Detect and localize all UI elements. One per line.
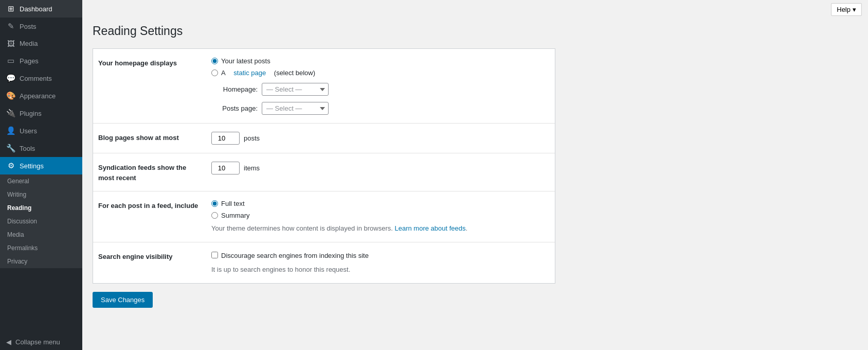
homepage-select-row: Homepage: — Select — — [211, 83, 550, 96]
comments-icon: 💬 — [6, 74, 15, 83]
sidebar-item-plugins[interactable]: 🔌 Plugins — [0, 104, 82, 122]
tools-icon: 🔧 — [6, 144, 15, 153]
radio-full-text-text: Full text — [221, 200, 245, 207]
radio-full-text[interactable] — [211, 200, 218, 207]
help-button[interactable]: Help ▾ — [831, 3, 862, 16]
collapse-label: Collapse menu — [15, 338, 60, 346]
posts-icon: ✎ — [6, 22, 15, 31]
syndication-row: Syndication feeds show the most recent i… — [93, 153, 555, 191]
collapse-menu-button[interactable]: ◀ Collapse menu — [0, 334, 82, 350]
radio-latest-posts-label[interactable]: Your latest posts — [211, 57, 550, 65]
sidebar-item-label: Dashboard — [20, 5, 52, 13]
search-visibility-row: Search engine visibility Discourage sear… — [93, 242, 555, 283]
search-visibility-checkbox-label[interactable]: Discourage search engines from indexing … — [211, 251, 550, 261]
users-icon: 👤 — [6, 126, 15, 135]
sidebar-item-label: Posts — [20, 23, 37, 30]
plugins-icon: 🔌 — [6, 109, 15, 118]
sidebar-item-label: Settings — [20, 162, 44, 170]
radio-summary-label[interactable]: Summary — [211, 212, 550, 219]
save-changes-button[interactable]: Save Changes — [93, 292, 153, 308]
sidebar-item-pages[interactable]: ▭ Pages — [0, 52, 82, 69]
posts-page-select-row: Posts page: — Select — — [211, 102, 550, 115]
radio-static-prefix: A — [221, 69, 226, 77]
radio-latest-posts[interactable] — [211, 58, 218, 64]
radio-latest-posts-text: Your latest posts — [221, 57, 270, 65]
feed-include-control: Full text Summary Your theme determines … — [211, 200, 550, 234]
sidebar-item-tools[interactable]: 🔧 Tools — [0, 139, 82, 157]
search-visibility-checkbox-text: Discourage search engines from indexing … — [221, 251, 369, 261]
syndication-unit: items — [244, 164, 260, 172]
pages-icon: ▭ — [6, 56, 15, 65]
syndication-label: Syndication feeds show the most recent — [98, 162, 211, 183]
sidebar-subitem-privacy[interactable]: Privacy — [0, 255, 82, 268]
search-visibility-control: Discourage search engines from indexing … — [211, 251, 550, 275]
sidebar-item-label: Users — [20, 127, 37, 135]
blog-pages-row: Blog pages show at most posts — [93, 124, 555, 153]
sidebar-item-label: Appearance — [20, 92, 56, 100]
sidebar-subitem-general[interactable]: General — [0, 174, 82, 188]
syndication-input-group: items — [211, 162, 550, 174]
homepage-displays-control: Your latest posts A static page (select … — [211, 57, 550, 115]
feed-include-row: For each post in a feed, include Full te… — [93, 191, 555, 242]
search-visibility-label: Search engine visibility — [98, 251, 211, 262]
homepage-displays-label: Your homepage displays — [98, 57, 211, 68]
radio-summary[interactable] — [211, 212, 218, 219]
sidebar-item-settings[interactable]: ⚙ Settings — [0, 157, 82, 174]
blog-pages-input[interactable] — [211, 132, 240, 145]
posts-page-select-label: Posts page: — [211, 104, 258, 112]
static-page-link[interactable]: static page — [233, 69, 266, 77]
sidebar-item-dashboard[interactable]: ⊞ Dashboard — [0, 0, 82, 18]
content-area: Reading Settings Your homepage displays … — [82, 19, 868, 323]
sidebar-item-comments[interactable]: 💬 Comments — [0, 69, 82, 87]
main-content: Help ▾ Reading Settings Your homepage di… — [82, 0, 868, 350]
sidebar-subitem-reading[interactable]: Reading — [0, 201, 82, 215]
settings-submenu: General Writing Reading Discussion Media… — [0, 174, 82, 268]
radio-static-suffix: (select below) — [274, 69, 315, 77]
syndication-input[interactable] — [211, 162, 240, 174]
sidebar-item-label: Comments — [20, 75, 52, 82]
settings-form: Your homepage displays Your latest posts… — [93, 48, 555, 284]
sidebar-subitem-discussion[interactable]: Discussion — [0, 215, 82, 228]
page-title: Reading Settings — [93, 24, 858, 38]
radio-full-text-label[interactable]: Full text — [211, 200, 550, 207]
sidebar-subitem-permalinks[interactable]: Permalinks — [0, 241, 82, 255]
posts-page-select[interactable]: — Select — — [262, 102, 329, 115]
sidebar-item-label: Media — [20, 40, 38, 47]
homepage-radio-group: Your latest posts A static page (select … — [211, 57, 550, 77]
help-chevron-icon: ▾ — [853, 6, 856, 13]
radio-static-page-label[interactable]: A static page (select below) — [211, 69, 550, 77]
search-help-text: It is up to search engines to honor this… — [211, 265, 550, 275]
homepage-select-label: Homepage: — [211, 85, 258, 93]
sidebar: ⊞ Dashboard ✎ Posts 🖼 Media ▭ Pages 💬 Co… — [0, 0, 82, 350]
collapse-icon: ◀ — [6, 338, 11, 346]
dashboard-icon: ⊞ — [6, 4, 15, 13]
sidebar-item-posts[interactable]: ✎ Posts — [0, 18, 82, 35]
radio-static-page[interactable] — [211, 69, 218, 76]
sidebar-item-label: Plugins — [20, 110, 42, 117]
syndication-control: items — [211, 162, 550, 174]
learn-more-feeds-link[interactable]: Learn more about feeds — [395, 224, 466, 232]
topbar: Help ▾ — [82, 0, 868, 19]
feed-help-text: Your theme determines how content is dis… — [211, 223, 550, 234]
blog-pages-input-group: posts — [211, 132, 550, 145]
blog-pages-label: Blog pages show at most — [98, 132, 211, 143]
sidebar-subitem-media[interactable]: Media — [0, 228, 82, 241]
settings-icon: ⚙ — [6, 161, 15, 170]
blog-pages-control: posts — [211, 132, 550, 145]
help-label: Help — [837, 6, 851, 13]
feed-radio-group: Full text Summary — [211, 200, 550, 219]
feed-include-label: For each post in a feed, include — [98, 200, 211, 211]
homepage-displays-row: Your homepage displays Your latest posts… — [93, 49, 555, 124]
sidebar-item-appearance[interactable]: 🎨 Appearance — [0, 87, 82, 104]
sidebar-item-users[interactable]: 👤 Users — [0, 122, 82, 139]
media-icon: 🖼 — [6, 39, 15, 48]
sidebar-item-label: Pages — [20, 57, 39, 65]
search-visibility-checkbox[interactable] — [211, 252, 218, 258]
sidebar-item-label: Tools — [20, 145, 35, 152]
blog-pages-unit: posts — [244, 134, 260, 142]
sidebar-subitem-writing[interactable]: Writing — [0, 188, 82, 201]
radio-summary-text: Summary — [221, 212, 250, 219]
appearance-icon: 🎨 — [6, 91, 15, 100]
homepage-select[interactable]: — Select — — [262, 83, 329, 96]
sidebar-item-media[interactable]: 🖼 Media — [0, 35, 82, 52]
